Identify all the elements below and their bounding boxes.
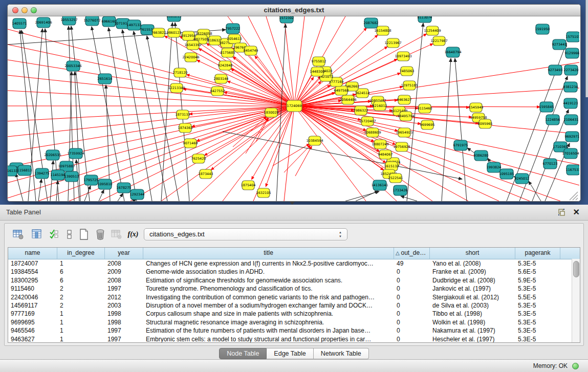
graph-edge-red[interactable] <box>253 106 294 201</box>
cell-in_degree[interactable]: 1 <box>57 310 105 318</box>
cell-pagerank[interactable]: 5.3E-5 <box>515 285 560 293</box>
float-panel-icon[interactable] <box>557 208 565 216</box>
table-row[interactable]: 1456911722003Disruption of a novel membe… <box>8 301 580 310</box>
cell-name[interactable]: 22420046 <box>8 293 57 301</box>
table-row[interactable]: 969969511998Structural magnetic resonanc… <box>8 318 580 326</box>
graph-edge-black[interactable] <box>16 173 23 201</box>
graph-edge-black[interactable] <box>38 179 41 201</box>
table-row[interactable]: 911546021997Tourette syndrome. Phenomeno… <box>8 285 580 293</box>
graph-edge-black[interactable] <box>134 31 167 201</box>
graph-edge-black[interactable] <box>122 30 152 201</box>
create-column-button[interactable] <box>77 227 91 242</box>
cell-short[interactable]: Stergiakouli et al. (2012) <box>430 293 515 301</box>
table-row[interactable]: 946362711997Embryonic stem cells: a mode… <box>8 335 580 343</box>
cell-name[interactable]: 14569117 <box>8 301 57 310</box>
cell-out_degree[interactable]: 0 <box>394 335 430 343</box>
cell-title[interactable]: Tourette syndrome. Phenomenology and cla… <box>143 285 394 293</box>
cell-title[interactable]: Corpus callosum shape and size in male p… <box>143 310 394 318</box>
graph-edge-red[interactable] <box>223 106 294 201</box>
cell-name[interactable]: 18300295 <box>8 276 57 285</box>
cell-title[interactable]: Structural magnetic resonance image aver… <box>143 318 394 326</box>
cell-year[interactable]: 2003 <box>105 301 143 310</box>
cell-pagerank[interactable]: 5.3E-5 <box>515 310 560 318</box>
cell-out_degree[interactable]: 0 <box>394 293 430 301</box>
cell-pagerank[interactable]: 5.3E-5 <box>515 335 560 343</box>
cell-pagerank[interactable]: 5.3E-5 <box>515 301 560 310</box>
cell-year[interactable]: 2008 <box>105 276 143 285</box>
column-header-year[interactable]: year <box>105 248 143 259</box>
graph-edge-red[interactable] <box>8 106 294 152</box>
graph-edge-red[interactable] <box>183 89 294 106</box>
cell-name[interactable]: 18724007 <box>8 259 57 268</box>
cell-out_degree[interactable]: 49 <box>394 259 430 268</box>
cell-year[interactable]: 1997 <box>105 285 143 293</box>
cell-in_degree[interactable]: 2 <box>57 293 105 301</box>
cell-name[interactable]: 9777169 <box>8 310 57 318</box>
graph-edge-black[interactable] <box>345 191 379 201</box>
graph-edge-black[interactable] <box>118 193 123 201</box>
cell-in_degree[interactable]: 1 <box>57 259 105 268</box>
cell-short[interactable]: Yano et al. (2008) <box>430 259 515 268</box>
cell-short[interactable]: Jankovic et al. (1997) <box>430 285 515 293</box>
graph-edge-black[interactable] <box>401 196 417 201</box>
cell-short[interactable]: Dudbridge et al. (2008) <box>430 276 515 285</box>
cell-name[interactable]: 9463627 <box>8 335 57 343</box>
cell-in_degree[interactable]: 1 <box>57 318 105 326</box>
table-row[interactable]: 1830029562008Estimation of significance … <box>8 276 580 285</box>
function-builder-button[interactable]: f(x) <box>126 227 140 242</box>
cell-title[interactable]: Estimation of the future numbers of pati… <box>143 326 394 335</box>
cell-pagerank[interactable]: 5.6E-5 <box>515 268 560 276</box>
cell-year[interactable]: 2008 <box>105 259 143 268</box>
cell-short[interactable]: Tibbo et al. (1998) <box>430 310 515 318</box>
graph-edge-black[interactable] <box>161 23 172 201</box>
vertical-scrollbar[interactable] <box>572 259 580 342</box>
cell-short[interactable]: Nakamura et al. (1997) <box>430 326 515 335</box>
cell-short[interactable]: Hescheler et al. (1997) <box>430 335 515 343</box>
graph-edge-red[interactable] <box>130 106 294 201</box>
window-resize-grip[interactable] <box>570 192 578 200</box>
cell-in_degree[interactable]: 1 <box>57 335 105 343</box>
cell-pagerank[interactable]: 5.3E-5 <box>515 318 560 326</box>
column-header-in_degree[interactable]: in_degree <box>57 248 105 259</box>
cell-title[interactable]: Embryonic stem cells: a model to study s… <box>143 335 394 343</box>
column-header-short[interactable]: short <box>430 248 515 259</box>
show-columns-button[interactable] <box>30 227 43 242</box>
cell-year[interactable]: 1998 <box>105 318 143 326</box>
cell-pagerank[interactable]: 5.3E-5 <box>515 326 560 335</box>
row-height-button[interactable] <box>63 227 76 242</box>
column-header-title[interactable]: title <box>143 248 394 259</box>
table-row[interactable]: 977716911998Corpus callosum shape and si… <box>8 310 580 318</box>
cell-short[interactable]: Franke et al. (2009) <box>430 268 515 276</box>
table-row[interactable]: 1938455462009Genome-wide association stu… <box>8 268 580 276</box>
cell-out_degree[interactable]: 0 <box>394 276 430 285</box>
graph-edge-black[interactable] <box>50 161 53 201</box>
cell-pagerank[interactable]: 5.5E-5 <box>515 293 560 301</box>
table-row[interactable]: 2242004622012Investigating the contribut… <box>8 293 580 301</box>
cell-in_degree[interactable]: 2 <box>57 285 105 293</box>
cell-out_degree[interactable]: 0 <box>394 318 430 326</box>
window-titlebar[interactable]: citations_edges.txt <box>8 5 580 16</box>
cell-name[interactable]: 9465546 <box>8 326 57 335</box>
network-canvas[interactable]: 1405571206914061055325715276072696616010… <box>8 16 579 201</box>
graph-edge-black[interactable] <box>56 181 58 201</box>
cell-out_degree[interactable]: 0 <box>394 326 430 335</box>
graph-edge-black[interactable] <box>84 186 91 201</box>
table-row[interactable]: 946554611997Estimation of the future num… <box>8 326 580 335</box>
cell-in_degree[interactable]: 6 <box>57 276 105 285</box>
graph-edge-red[interactable] <box>294 16 304 106</box>
cell-name[interactable]: 19384554 <box>8 268 57 276</box>
cell-in_degree[interactable]: 6 <box>57 268 105 276</box>
graph-edge-red[interactable] <box>284 145 311 172</box>
table-options-button[interactable] <box>12 227 25 242</box>
cell-pagerank[interactable]: 5.3E-5 <box>515 259 560 268</box>
delete-column-button[interactable] <box>94 227 107 242</box>
tab-edge-table[interactable]: Edge Table <box>267 348 313 359</box>
cell-name[interactable]: 9115460 <box>8 285 57 293</box>
select-mode-button[interactable] <box>48 227 61 242</box>
column-header-name[interactable]: name <box>8 248 57 259</box>
cell-name[interactable]: 9699695 <box>8 318 57 326</box>
cell-year[interactable]: 1997 <box>105 335 143 343</box>
cell-pagerank[interactable]: 5.9E-5 <box>515 276 560 285</box>
cell-out_degree[interactable]: 0 <box>394 285 430 293</box>
column-header-pagerank[interactable]: pagerank <box>515 248 560 259</box>
